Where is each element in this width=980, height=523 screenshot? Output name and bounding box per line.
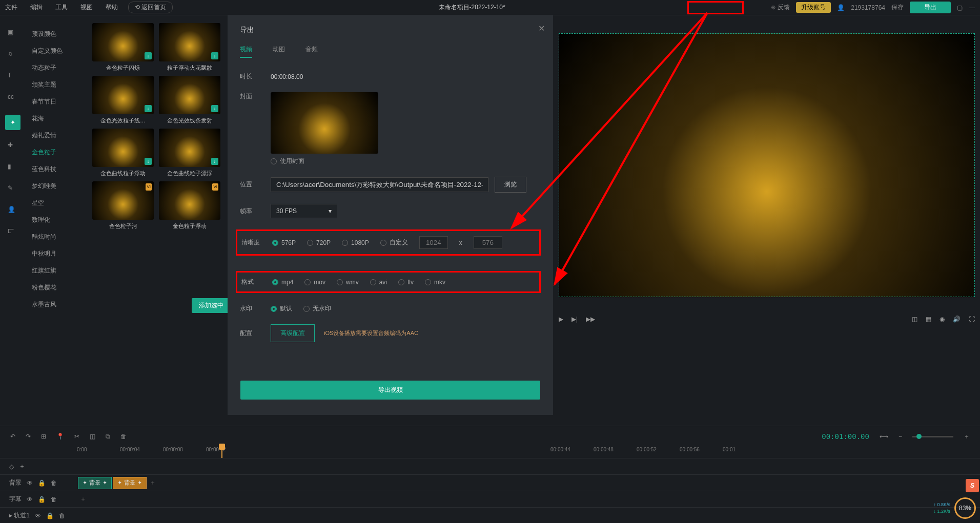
clip-bg-2-selected[interactable]: ✦ 背景 ✦ bbox=[113, 477, 147, 489]
asset-thumb[interactable]: ↓ bbox=[92, 76, 154, 114]
trash-icon[interactable]: 🗑 bbox=[51, 496, 57, 503]
undo-icon[interactable]: ↶ bbox=[10, 433, 15, 440]
plugin-icon[interactable]: ✚ bbox=[8, 141, 18, 152]
media-icon[interactable]: ▣ bbox=[8, 29, 18, 39]
asset-thumb[interactable]: ↓ bbox=[159, 23, 220, 61]
lock-icon[interactable]: 🔒 bbox=[46, 512, 54, 519]
upgrade-button[interactable]: 升级账号 bbox=[796, 2, 831, 13]
user-icon[interactable]: 👤 bbox=[837, 4, 845, 11]
preview-canvas[interactable] bbox=[559, 33, 975, 297]
wm-none-radio[interactable]: 无水印 bbox=[303, 304, 331, 313]
sidebar-item[interactable]: 酷炫时尚 bbox=[26, 228, 87, 245]
track-background[interactable]: 背景👁🔒🗑 ✦ 背景 ✦ ✦ 背景 ✦ ＋ bbox=[0, 474, 980, 491]
asset-thumb[interactable]: ↓ bbox=[159, 76, 220, 114]
asset-thumb[interactable]: ↓ bbox=[92, 23, 154, 61]
download-badge-icon[interactable]: ↓ bbox=[145, 52, 152, 59]
eye-icon[interactable]: 👁 bbox=[27, 479, 33, 487]
sidebar-item[interactable]: 自定义颜色 bbox=[26, 43, 87, 59]
asset-thumb[interactable]: ↓ bbox=[92, 129, 154, 167]
delete-icon[interactable]: 🗑 bbox=[120, 433, 127, 440]
menu-file[interactable]: 文件 bbox=[5, 3, 17, 12]
track-1[interactable]: ▸ 轨道1👁🔒🗑 bbox=[0, 507, 980, 523]
user-rail-icon[interactable]: 👤 bbox=[8, 206, 18, 216]
split-icon[interactable]: ⊞ bbox=[41, 433, 46, 440]
fps-select[interactable]: 30 FPS▾ bbox=[271, 204, 337, 218]
eye-icon[interactable]: 👁 bbox=[35, 512, 41, 519]
fmt-avi-radio[interactable]: avi bbox=[370, 279, 387, 286]
download-badge-icon[interactable]: ↓ bbox=[211, 52, 218, 59]
sidebar-item[interactable]: 花海 bbox=[26, 110, 87, 127]
text-icon[interactable]: T bbox=[8, 72, 18, 82]
feedback-link[interactable]: ⊕ 反馈 bbox=[771, 3, 790, 12]
folder-icon[interactable]: ▮ bbox=[8, 163, 18, 173]
add-selection-button[interactable]: 添加选中 bbox=[192, 298, 231, 313]
camera-icon[interactable]: ◉ bbox=[940, 316, 945, 323]
cover-thumbnail[interactable] bbox=[271, 92, 378, 154]
close-icon[interactable]: — bbox=[969, 4, 975, 11]
sidebar-item[interactable]: 蓝色科技 bbox=[26, 161, 87, 178]
cut-icon[interactable]: ✂ bbox=[74, 433, 79, 440]
sidebar-item-active[interactable]: 金色粒子 bbox=[26, 144, 87, 161]
lock-icon[interactable]: 🔒 bbox=[38, 496, 46, 503]
fmt-mkv-radio[interactable]: mkv bbox=[425, 279, 445, 286]
marker-icon[interactable]: 📍 bbox=[56, 433, 64, 440]
wm-default-radio[interactable]: 默认 bbox=[271, 304, 292, 313]
download-badge-icon[interactable]: ↓ bbox=[145, 158, 152, 165]
advanced-config-button[interactable]: 高级配置 bbox=[271, 324, 315, 342]
save-button[interactable]: 保存 bbox=[891, 3, 904, 12]
skip-icon[interactable]: ▶▶ bbox=[586, 316, 595, 323]
export-button[interactable]: 导出 bbox=[910, 2, 951, 13]
sidebar-item[interactable]: 春节节日 bbox=[26, 93, 87, 110]
download-badge-icon[interactable]: ↓ bbox=[211, 105, 218, 112]
zoom-slider[interactable] bbox=[912, 436, 953, 437]
sidebar-item[interactable]: 红旗红旗 bbox=[26, 262, 87, 279]
fmt-mp4-radio[interactable]: mp4 bbox=[272, 279, 293, 286]
tab-video[interactable]: 视频 bbox=[240, 45, 252, 58]
fit-icon[interactable]: ⟷ bbox=[880, 433, 888, 440]
eye-icon[interactable]: 👁 bbox=[27, 496, 33, 503]
download-badge-icon[interactable]: ↓ bbox=[145, 105, 152, 112]
asset-thumb[interactable]: VI bbox=[92, 181, 154, 220]
clip-bg-1[interactable]: ✦ 背景 ✦ bbox=[78, 477, 112, 489]
screenshot-icon[interactable]: ◫ bbox=[912, 316, 917, 323]
menu-help[interactable]: 帮助 bbox=[106, 3, 118, 12]
browse-button[interactable]: 浏览 bbox=[495, 177, 526, 193]
keyframe-icon[interactable]: ◇ bbox=[9, 463, 14, 470]
dialog-close-icon[interactable]: ✕ bbox=[538, 24, 545, 33]
res-720p-radio[interactable]: 720P bbox=[307, 239, 331, 246]
sidebar-item[interactable]: 星空 bbox=[26, 195, 87, 212]
fmt-wmv-radio[interactable]: wmv bbox=[337, 279, 359, 286]
add-clip-icon[interactable]: ＋ bbox=[150, 478, 156, 487]
lock-icon[interactable]: 🔒 bbox=[38, 479, 46, 487]
fullscreen-icon[interactable]: ⛶ bbox=[969, 316, 975, 323]
fmt-flv-radio[interactable]: flv bbox=[398, 279, 414, 286]
tab-gif[interactable]: 动图 bbox=[273, 45, 285, 58]
crop-icon[interactable]: ◫ bbox=[90, 433, 95, 440]
copy-icon[interactable]: ⧉ bbox=[106, 433, 110, 440]
custom-height-input[interactable] bbox=[474, 236, 502, 249]
res-custom-radio[interactable]: 自定义 bbox=[380, 238, 408, 247]
sidebar-item[interactable]: 中秋明月 bbox=[26, 245, 87, 262]
menu-edit[interactable]: 编辑 bbox=[30, 3, 43, 12]
next-frame-icon[interactable]: ▶| bbox=[571, 316, 578, 323]
trash-icon[interactable]: 🗑 bbox=[51, 479, 57, 487]
fmt-mov-radio[interactable]: mov bbox=[304, 279, 325, 286]
add-clip-icon[interactable]: ＋ bbox=[80, 495, 86, 504]
use-cover-checkbox[interactable] bbox=[271, 158, 277, 164]
tab-audio[interactable]: 音频 bbox=[305, 45, 318, 58]
custom-width-input[interactable] bbox=[419, 236, 448, 249]
asset-thumb[interactable]: ↓ bbox=[159, 129, 220, 167]
sogou-ime-icon[interactable]: S bbox=[966, 479, 979, 492]
res-1080p-radio[interactable]: 1080P bbox=[342, 239, 369, 246]
sidebar-item[interactable]: 梦幻唯美 bbox=[26, 178, 87, 195]
play-icon[interactable]: ▶ bbox=[559, 316, 563, 323]
align-icon[interactable]: ⫍ bbox=[8, 227, 18, 238]
asset-thumb[interactable]: VI bbox=[159, 181, 220, 220]
add-key-icon[interactable]: ＋ bbox=[19, 462, 25, 471]
sidebar-item[interactable]: 水墨古风 bbox=[26, 296, 87, 313]
zoom-in-icon[interactable]: ＋ bbox=[964, 432, 970, 441]
usage-percent[interactable]: 83% bbox=[954, 497, 976, 519]
sidebar-item[interactable]: 动态粒子 bbox=[26, 59, 87, 76]
wand-icon[interactable]: ✎ bbox=[8, 184, 18, 195]
effects-icon[interactable]: ✦ bbox=[5, 115, 21, 130]
